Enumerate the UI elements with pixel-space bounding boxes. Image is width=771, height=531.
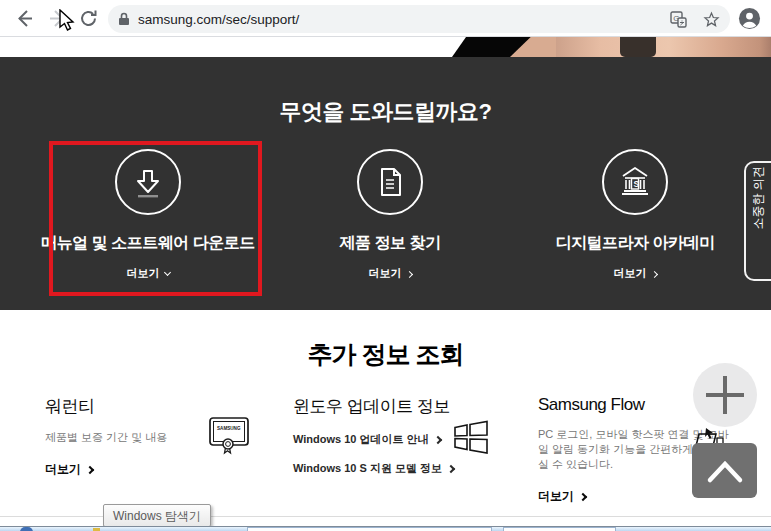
card-digital-plaza-academy[interactable]: S 디지털프라자 아카데미 더보기	[525, 149, 745, 281]
profile-avatar[interactable]	[738, 7, 761, 30]
back-icon[interactable]	[14, 8, 35, 29]
feedback-tab-label: 소중한 의견	[750, 213, 767, 229]
hero-image-strip	[0, 37, 771, 57]
hero-watch	[620, 37, 656, 57]
bookmark-star-icon[interactable]	[703, 11, 720, 28]
chevron-up-icon	[705, 458, 745, 484]
info-section: 추가 정보 조회 워런티 제품별 보증 기간 및 내용 더보기 SAMSUNG …	[0, 310, 771, 526]
url-text[interactable]: samsung.com/sec/support/	[138, 12, 299, 27]
card-label[interactable]: 디지털프라자 아카데미	[525, 233, 745, 254]
translate-icon[interactable]: G	[670, 11, 687, 28]
feedback-side-tab[interactable]: 소중한 의견	[744, 161, 771, 281]
card-label[interactable]: 제품 정보 찾기	[280, 233, 500, 254]
windows-explorer-tooltip: Windows 탐색기	[103, 504, 211, 527]
chevron-right-icon	[433, 436, 441, 444]
samsung-flow-more-link[interactable]: 더보기	[538, 488, 586, 505]
taskbar-window-button[interactable]	[247, 527, 492, 531]
start-orb-fragment[interactable]	[20, 527, 33, 531]
svg-text:S: S	[633, 179, 639, 189]
column-windows-update: 윈도우 업데이트 정보 Windows 10 업데이트 안내 Windows 1…	[293, 395, 508, 476]
chevron-right-icon	[405, 271, 412, 278]
chevron-right-icon	[447, 465, 455, 473]
plus-icon	[706, 393, 744, 397]
column-warranty: 워런티 제품별 보증 기간 및 내용 더보기 SAMSUNG	[45, 395, 260, 478]
chevron-right-icon	[650, 271, 657, 278]
hero-hand	[510, 37, 556, 57]
address-bar[interactable]: samsung.com/sec/support/ G	[108, 5, 730, 33]
windows-taskbar-sliver	[0, 526, 771, 531]
windows10s-models-link[interactable]: Windows 10 S 지원 모델 정보	[293, 461, 508, 476]
floating-plus-button[interactable]	[693, 363, 757, 427]
warranty-certificate-icon: SAMSUNG	[207, 413, 251, 459]
windows-update-title[interactable]: 윈도우 업데이트 정보	[293, 395, 508, 418]
windows-logo-icon	[451, 417, 491, 457]
forward-icon[interactable]	[47, 8, 68, 29]
academy-building-icon: S	[615, 162, 655, 202]
chevron-right-icon	[579, 493, 587, 501]
more-link[interactable]: 더보기	[614, 266, 657, 281]
info-section-title: 추가 정보 조회	[0, 338, 771, 371]
academy-circle[interactable]: S	[602, 149, 668, 215]
reload-icon[interactable]	[78, 8, 99, 29]
browser-toolbar: samsung.com/sec/support/ G	[0, 0, 771, 37]
svg-text:SAMSUNG: SAMSUNG	[217, 426, 241, 431]
lock-icon	[118, 12, 130, 26]
hero-arm	[544, 37, 771, 57]
card-product-info[interactable]: 제품 정보 찾기 더보기	[280, 149, 500, 281]
help-section-title: 무엇을 도와드릴까요?	[0, 97, 771, 127]
highlight-red-box	[49, 141, 262, 296]
scroll-to-top-button[interactable]	[692, 443, 757, 498]
more-link[interactable]: 더보기	[369, 266, 412, 281]
help-section: 무엇을 도와드릴까요? 매뉴얼 및 소프트웨어 다운로드 더보기 제품 정보 찾…	[0, 57, 771, 310]
warranty-more-link[interactable]: 더보기	[45, 461, 93, 478]
document-circle[interactable]	[357, 149, 423, 215]
document-icon	[370, 162, 410, 202]
hero-photo-fragment	[452, 37, 771, 57]
taskbar-window-button[interactable]	[503, 527, 616, 531]
chevron-right-icon	[86, 466, 94, 474]
